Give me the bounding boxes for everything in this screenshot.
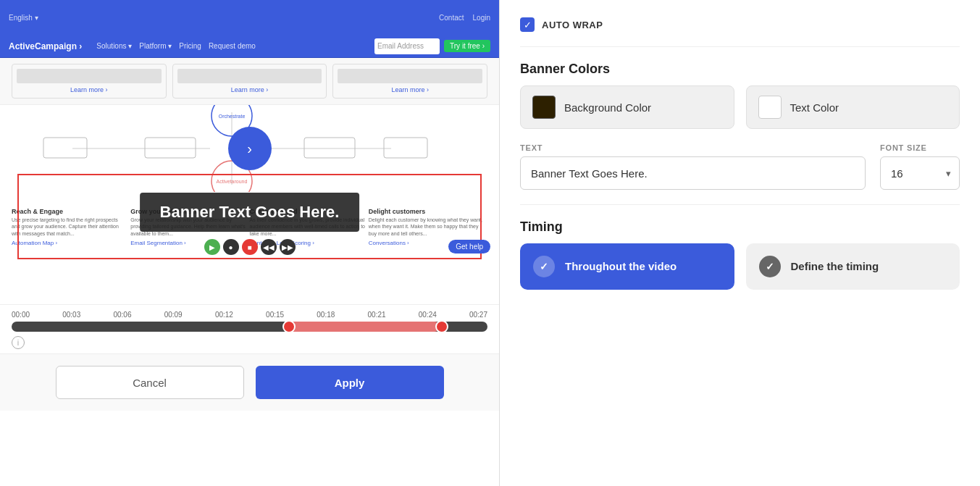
right-panel: ✓ AUTO WRAP Banner Colors Background Col… xyxy=(500,0,980,486)
timing-throughout-button[interactable]: ✓ Throughout the video xyxy=(520,243,734,290)
divider xyxy=(520,46,960,47)
help-button[interactable]: Get help xyxy=(448,240,490,254)
text-field-label: TEXT xyxy=(520,143,866,152)
banner-colors-section: Banner Colors Background Color Text Colo… xyxy=(520,62,960,129)
ctrl-dark3[interactable]: ▶▶ xyxy=(280,239,296,255)
learn-more-link: Learn more › xyxy=(17,86,162,93)
left-panel: English ▾ Contact Login ActiveCampaign ›… xyxy=(0,0,500,486)
timestamp: 00:12 xyxy=(215,311,233,319)
ctrl-dark2[interactable]: ◀◀ xyxy=(261,239,277,255)
text-field-group: TEXT xyxy=(520,143,866,190)
ctrl-dark1[interactable]: ● xyxy=(223,239,239,255)
auto-wrap-label: AUTO WRAP xyxy=(542,20,603,30)
ctrl-stop[interactable]: ■ xyxy=(242,239,258,255)
fake-website: English ▾ Contact Login ActiveCampaign ›… xyxy=(0,0,499,304)
site-col-title: Reach & Engage xyxy=(12,208,127,215)
site-logo: ActiveCampaign › xyxy=(9,41,82,51)
site-col-link: Automation Map › xyxy=(12,240,127,246)
text-input[interactable] xyxy=(520,156,866,190)
timeline-handle-left[interactable] xyxy=(282,320,296,333)
site-header: English ▾ Contact Login xyxy=(0,0,499,35)
timing-throughout-text: Throughout the video xyxy=(565,259,677,274)
color-row: Background Color Text Color xyxy=(520,85,960,129)
timing-throughout-icon: ✓ xyxy=(533,256,555,277)
timing-title: Timing xyxy=(520,219,960,235)
video-preview: English ▾ Contact Login ActiveCampaign ›… xyxy=(0,0,499,304)
timeline-progress xyxy=(288,322,440,332)
site-card: Learn more › xyxy=(172,64,327,99)
bg-color-swatch xyxy=(532,96,556,119)
timeline-info: i xyxy=(12,336,487,349)
site-col-text: Delight each customer by knowing what th… xyxy=(369,217,485,238)
bg-color-label: Background Color xyxy=(564,101,651,114)
ctrl-play[interactable]: ▶ xyxy=(204,239,220,255)
info-icon: i xyxy=(12,336,25,349)
font-size-field-group: Font Size 12 14 16 18 20 24 ▾ xyxy=(880,143,960,190)
text-font-row: TEXT Font Size 12 14 16 18 20 24 ▾ xyxy=(520,143,960,190)
divider2 xyxy=(520,204,960,205)
diagram-area: Orchestrate Activ­etaround › xyxy=(0,105,499,192)
font-size-label: Font Size xyxy=(880,143,960,152)
email-input-fake: Email Address xyxy=(374,38,440,54)
timeline-handle-right[interactable] xyxy=(435,320,448,333)
apply-button[interactable]: Apply xyxy=(256,366,444,399)
timestamp: 00:03 xyxy=(62,311,80,319)
learn-more-link: Learn more › xyxy=(338,86,482,93)
diagram-circle: › xyxy=(228,127,272,170)
timing-row: ✓ Throughout the video ✓ Define the timi… xyxy=(520,243,960,290)
timeline-track[interactable] xyxy=(12,322,487,332)
svg-rect-6 xyxy=(304,138,355,158)
timestamp: 00:27 xyxy=(469,311,487,319)
timestamp: 00:09 xyxy=(164,311,183,319)
svg-rect-7 xyxy=(384,138,427,158)
timestamp: 00:15 xyxy=(266,311,284,319)
timestamp: 00:00 xyxy=(12,311,30,319)
banner-colors-title: Banner Colors xyxy=(520,62,960,77)
site-col: Reach & Engage Use precise targeting to … xyxy=(12,205,130,249)
timing-section: Timing ✓ Throughout the video ✓ Define t… xyxy=(520,219,960,290)
bottom-buttons: Cancel Apply xyxy=(0,353,499,411)
font-size-select[interactable]: 12 14 16 18 20 24 xyxy=(880,156,960,190)
timestamp: 00:06 xyxy=(113,311,131,319)
svg-rect-5 xyxy=(145,138,196,158)
timing-define-text: Define the timing xyxy=(791,259,879,274)
svg-rect-4 xyxy=(43,138,87,158)
text-color-button[interactable]: Text Color xyxy=(746,85,960,129)
site-card: Learn more › xyxy=(332,64,487,99)
auto-wrap-row: ✓ AUTO WRAP xyxy=(520,17,960,32)
font-size-wrapper: 12 14 16 18 20 24 ▾ xyxy=(880,156,960,190)
try-btn-fake: Try it free › xyxy=(444,40,490,52)
site-col-title: Delight customers xyxy=(369,208,485,215)
timeline-timestamps: 00:00 00:03 00:06 00:09 00:12 00:15 00:1… xyxy=(12,311,487,319)
play-controls: ▶ ● ■ ◀◀ ▶▶ xyxy=(204,239,296,255)
svg-text:Activ­etaround: Activ­etaround xyxy=(217,179,248,184)
timestamp: 00:18 xyxy=(317,311,335,319)
bg-color-button[interactable]: Background Color xyxy=(520,85,734,129)
timeline-area: 00:00 00:03 00:06 00:09 00:12 00:15 00:1… xyxy=(0,304,499,353)
banner-overlay: Banner Text Goes Here. xyxy=(140,193,360,232)
svg-text:Orchestrate: Orchestrate xyxy=(219,114,246,119)
site-col-text: Use precise targeting to find the right … xyxy=(12,217,127,238)
timestamp: 00:21 xyxy=(368,311,386,319)
text-color-swatch xyxy=(758,96,782,119)
cancel-button[interactable]: Cancel xyxy=(56,366,244,399)
timing-define-icon: ✓ xyxy=(759,256,781,277)
auto-wrap-checkbox[interactable]: ✓ xyxy=(520,17,535,32)
text-color-label: Text Color xyxy=(790,101,839,114)
timestamp: 00:24 xyxy=(419,311,437,319)
site-card: Learn more › xyxy=(12,64,167,99)
learn-more-link: Learn more › xyxy=(177,86,322,93)
timing-define-button[interactable]: ✓ Define the timing xyxy=(746,243,960,290)
